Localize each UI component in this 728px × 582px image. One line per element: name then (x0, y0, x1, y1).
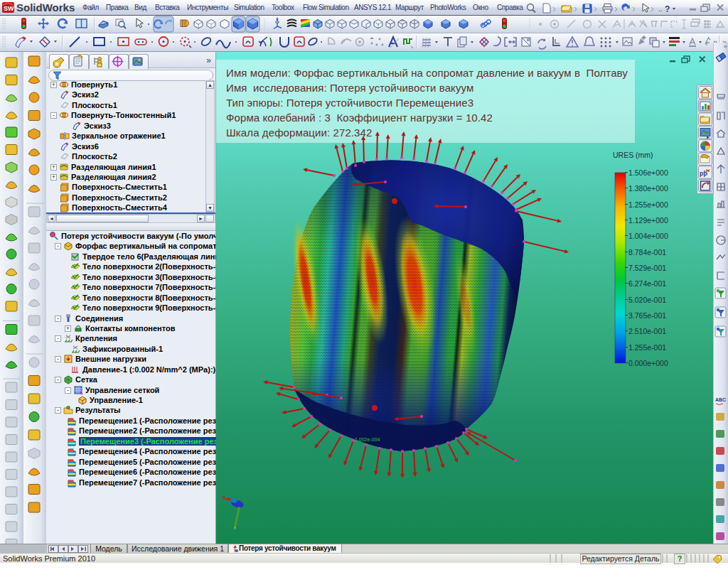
svg-text:1.002e-004: 1.002e-004 (355, 437, 380, 442)
svg-text:SolidWorks: SolidWorks (16, 1, 75, 14)
svg-text:»: » (724, 43, 727, 50)
svg-text:ABC: ABC (715, 397, 726, 402)
svg-text:pþ: pþ (700, 170, 707, 177)
svg-text:..: .. (658, 5, 663, 13)
svg-text:?: ? (665, 4, 670, 14)
svg-text:SW: SW (4, 5, 14, 12)
